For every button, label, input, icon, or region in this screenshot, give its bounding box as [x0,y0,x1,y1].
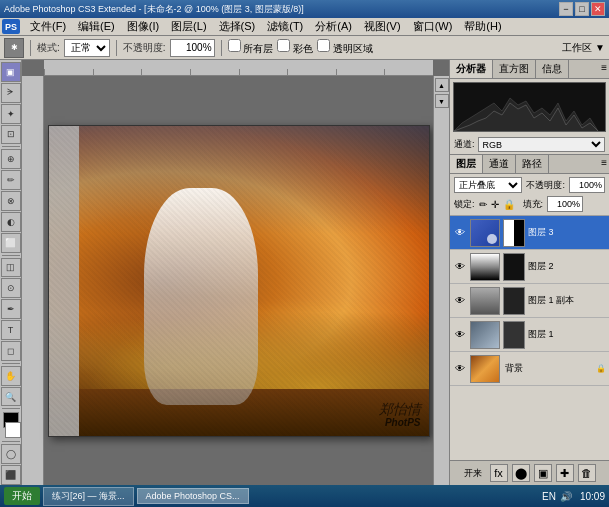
maximize-button[interactable]: □ [575,2,589,16]
close-button[interactable]: ✕ [591,2,605,16]
tab-layers[interactable]: 图层 [450,155,483,173]
top-panel: 分析器 直方图 信息 ≡ 通道: RGB [450,60,609,155]
layer-fx-button[interactable]: fx [490,464,508,482]
taskbar-item-ps[interactable]: Adobe Photoshop CS... [137,488,249,504]
opacity-input[interactable] [569,177,605,193]
layer-item-1copy[interactable]: 👁 图层 1 副本 [450,284,609,318]
tool-dodge[interactable]: ⊙ [1,278,21,298]
right-toolbar: ▲ ▼ [433,76,449,485]
layer-visibility-bg[interactable]: 👁 [453,362,467,376]
tool-history[interactable]: ◐ [1,212,21,232]
tool-clone[interactable]: ⊗ [1,191,21,211]
mode-select[interactable]: 正常 [64,39,110,57]
tray-lang[interactable]: EN [542,491,556,502]
tool-select[interactable]: ▣ [1,62,21,82]
layer-name-bg: 背景 [505,362,593,375]
tool-quickmask[interactable]: ◯ [1,444,21,464]
tool-text[interactable]: T [1,320,21,340]
menu-help[interactable]: 帮助(H) [459,18,506,35]
panel-options[interactable]: ≡ [599,60,609,78]
canvas-image: 郑怡情 PhotPS [49,126,429,436]
channel-select[interactable]: RGB [478,137,605,152]
layer-mask-button[interactable]: ⬤ [512,464,530,482]
tool-eraser[interactable]: ⬜ [1,233,21,253]
workspace-label[interactable]: 工作区 ▼ [562,41,605,55]
lock-draw-icon[interactable]: ✏ [479,199,487,210]
collapse-btn[interactable]: ▲ [435,78,449,92]
menu-view[interactable]: 视图(V) [359,18,406,35]
clock: 10:09 [580,491,605,502]
color-check[interactable]: 彩色 [277,39,313,56]
menu-image[interactable]: 图像(I) [122,18,164,35]
blend-mode-select[interactable]: 正片叠底 [454,177,522,193]
title-controls: − □ ✕ [559,2,605,16]
layer-new-button[interactable]: ✚ [556,464,574,482]
histogram-display [453,82,606,132]
layer-thumb-bg [470,355,500,383]
menu-file[interactable]: 文件(F) [25,18,71,35]
layer-thumb-1copy [470,287,500,315]
layer-delete-button[interactable]: 🗑 [578,464,596,482]
canvas-area: /* ruler ticks drawn in CSS */ [22,60,449,485]
layer-visibility-2[interactable]: 👁 [453,260,467,274]
tool-crop[interactable]: ⊡ [1,125,21,145]
menu-analyze[interactable]: 分析(A) [310,18,357,35]
layer-name-3: 图层 3 [528,226,606,239]
tab-paths[interactable]: 路径 [516,155,549,173]
tool-zoom[interactable]: 🔍 [1,387,21,407]
menu-filter[interactable]: 滤镜(T) [262,18,308,35]
tool-icon: ✱ [4,38,24,58]
footer-label: 开来 [464,467,482,480]
tab-histogram[interactable]: 直方图 [493,60,536,78]
tool-hand[interactable]: ✋ [1,366,21,386]
tool-brush[interactable]: ✏ [1,170,21,190]
lock-all-icon[interactable]: 🔒 [503,199,515,210]
layer-item-3[interactable]: 👁 图层 3 [450,216,609,250]
histogram-chart [454,83,605,131]
tool-wand[interactable]: ✦ [1,104,21,124]
layer-visibility-3[interactable]: 👁 [453,226,467,240]
layer-mask-1 [503,321,525,349]
all-layers-check[interactable]: 所有层 [228,39,274,56]
menu-edit[interactable]: 编辑(E) [73,18,120,35]
layer-visibility-1copy[interactable]: 👁 [453,294,467,308]
layer-mask-3 [503,219,525,247]
layer-visibility-1[interactable]: 👁 [453,328,467,342]
minimize-button[interactable]: − [559,2,573,16]
start-button[interactable]: 开始 [4,487,40,505]
layer-item-bg[interactable]: 👁 背景 🔒 [450,352,609,386]
tool-heal[interactable]: ⊕ [1,149,21,169]
layer-mask-2 [503,253,525,281]
analyzer-tabs: 分析器 直方图 信息 ≡ [450,60,609,79]
taskbar-item-exercise[interactable]: 练习[26] — 海景... [43,487,134,506]
opacity-input[interactable] [170,39,215,57]
lock-move-icon[interactable]: ✛ [491,199,499,210]
layer-name-1: 图层 1 [528,328,606,341]
tab-analyzer[interactable]: 分析器 [450,60,493,78]
fill-input[interactable] [547,196,583,212]
tool-lasso[interactable]: ᗒ [1,83,21,103]
layer-adjustment-button[interactable]: ▣ [534,464,552,482]
transparent-check[interactable]: 透明区域 [317,39,373,56]
layers-controls: 正片叠底 不透明度: 锁定: ✏ ✛ 🔒 填充: [450,174,609,216]
layers-options[interactable]: ≡ [599,155,609,173]
background-color[interactable] [5,422,21,438]
tool-shape[interactable]: ◻ [1,341,21,361]
menu-select[interactable]: 选择(S) [214,18,261,35]
tab-channels[interactable]: 通道 [483,155,516,173]
tool-gradient[interactable]: ◫ [1,258,21,278]
menu-layer[interactable]: 图层(L) [166,18,211,35]
tab-info[interactable]: 信息 [536,60,569,78]
tray-volume[interactable]: 🔊 [560,491,572,502]
ruler-left [22,76,44,485]
canvas-wrapper[interactable]: 郑怡情 PhotPS [48,125,430,437]
menu-window[interactable]: 窗口(W) [408,18,458,35]
layer-item-1[interactable]: 👁 图层 1 [450,318,609,352]
tool-pen[interactable]: ✒ [1,299,21,319]
opacity-label: 不透明度: [526,179,565,192]
expand-btn[interactable]: ▼ [435,94,449,108]
menu-bar: PS 文件(F) 编辑(E) 图像(I) 图层(L) 选择(S) 滤镜(T) 分… [0,18,609,36]
tool-screenmode[interactable]: ⬛ [1,465,21,485]
layer-item-2[interactable]: 👁 图层 2 [450,250,609,284]
layer-footer: 开来 fx ⬤ ▣ ✚ 🗑 [450,460,609,485]
